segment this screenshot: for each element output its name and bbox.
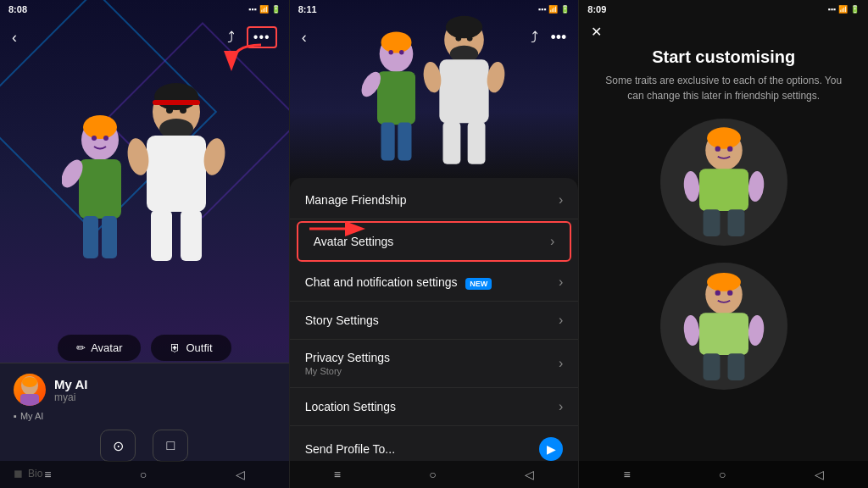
wifi-icon-p2: 📶 [548,5,558,14]
svg-point-54 [682,314,700,347]
status-bar-p3: 8:09 ▪▪▪ 📶 🔋 [579,0,868,19]
menu-item-label-manage: Manage Friendship [305,193,407,207]
svg-rect-18 [153,100,200,105]
customise-title: Start customising [579,47,868,67]
svg-rect-34 [442,122,460,164]
status-icons-p1: ▪▪▪ 📶 🔋 [248,5,281,14]
signal-icon: ▪▪▪ [248,5,257,14]
avatar-main-p1 [125,76,227,280]
profile-text-p1: My AI myai [54,377,87,403]
nav-circle-icon-p3[interactable]: ○ [719,468,726,481]
nav-back-icon-p1[interactable]: ◁ [236,468,245,481]
svg-point-46 [747,170,765,202]
nav-right-p2: ⤴ ••• [531,29,566,47]
avatar-bottom-svg [669,265,779,388]
status-bar-p1: 8:08 ▪▪▪ 📶 🔋 [0,0,289,19]
time-p3: 8:09 [587,4,606,14]
share-button-p2[interactable]: ⤴ [531,29,538,47]
nav-back-icon-p2[interactable]: ◁ [525,468,534,481]
svg-rect-2 [79,159,121,219]
menu-item-label-location: Location Settings [305,400,396,413]
profile-avatar-p1 [14,374,46,406]
svg-point-16 [166,107,173,114]
svg-rect-43 [703,209,720,236]
chat-action-button[interactable]: □ [153,430,188,462]
chevron-manage: › [559,192,563,208]
status-icons-p2: ▪▪▪ 📶 🔋 [538,5,570,14]
avatar-outfit-buttons: ✏ Avatar ⛨ Outfit [0,335,289,361]
profile-name-text: My AI [54,377,87,391]
svg-point-7 [103,136,108,141]
signal-icon-p3: ▪▪▪ [827,5,836,14]
chevron-avatar: › [550,234,554,249]
avatar-button[interactable]: ✏ Avatar [58,335,141,361]
menu-item-label-chat: Chat and notification settings NEW [305,275,492,289]
menu-item-privacy-settings[interactable]: Privacy Settings My Story › [290,340,579,388]
myai-badge: ▪ My AI [14,411,275,421]
action-icons-row: ⊙ □ [14,430,275,462]
panel1-profile: 8:08 ▪▪▪ 📶 🔋 ‹ ⤴ ••• [0,0,290,488]
outfit-button[interactable]: ⛨ Outfit [151,335,231,361]
panel2-menu: 8:11 ▪▪▪ 📶 🔋 ‹ ⤴ ••• [290,0,580,488]
svg-point-57 [727,290,732,295]
svg-rect-25 [381,123,394,161]
close-button-p3[interactable]: ✕ [591,24,602,40]
back-button-p1[interactable]: ‹ [12,29,17,47]
svg-rect-24 [377,71,415,125]
svg-rect-52 [703,353,720,380]
outfit-icon: ⛨ [170,341,181,354]
pencil-icon: ✏ [76,341,86,354]
svg-rect-51 [699,313,748,355]
menu-item-label-story: Story Settings [305,313,379,327]
menu-item-label-privacy: Privacy Settings My Story [305,351,390,376]
avatar-option-bottom[interactable] [660,263,787,390]
svg-point-56 [715,290,720,295]
avatar-option-top[interactable] [660,119,787,246]
svg-point-48 [727,146,732,151]
nav-back-icon-p3[interactable]: ◁ [815,468,824,481]
svg-rect-21 [20,394,39,406]
svg-rect-12 [151,210,172,261]
wifi-icon-p3: 📶 [838,5,848,14]
svg-point-45 [682,170,700,202]
nav-circle-icon-p1[interactable]: ○ [140,468,147,481]
profile-name-row: My AI myai [14,374,275,406]
nav-bottom-p3: ≡ ○ ◁ [579,461,868,488]
profile-username-text: myai [54,391,87,403]
svg-point-6 [92,136,97,141]
panel3-customise: 8:09 ▪▪▪ 📶 🔋 ✕ Start customising Some tr… [579,0,868,488]
svg-rect-44 [727,209,744,236]
send-button[interactable]: ▶ [539,437,563,461]
svg-rect-4 [102,216,117,258]
camera-action-button[interactable]: ⊙ [100,430,136,462]
customise-subtitle: Some traits are exclusive to each of the… [604,73,843,103]
more-options-p2[interactable]: ••• [550,29,566,47]
new-badge: NEW [465,278,492,290]
menu-item-story-settings[interactable]: Story Settings › [290,302,579,340]
svg-point-50 [707,273,741,291]
menu-item-chat-notifications[interactable]: Chat and notification settings NEW › [290,263,579,302]
svg-rect-53 [727,353,744,380]
chevron-location: › [559,399,563,414]
svg-point-47 [715,146,720,151]
battery-icon-p3: 🔋 [850,5,860,14]
arrow-annotation-menu [305,216,373,245]
status-icons-p3: ▪▪▪ 📶 🔋 [827,5,860,14]
nav-home-icon-p3[interactable]: ≡ [624,468,631,481]
chevron-chat: › [559,274,563,290]
nav-home-icon-p2[interactable]: ≡ [334,468,341,481]
avatar-top-svg [669,121,779,244]
myai-icon: ▪ [14,411,17,421]
svg-rect-13 [181,210,202,261]
back-button-p2[interactable]: ‹ [302,29,307,47]
menu-item-location-settings[interactable]: Location Settings › [290,388,579,426]
nav-home-icon-p1[interactable]: ≡ [44,468,51,481]
nav-circle-icon-p2[interactable]: ○ [429,468,436,481]
svg-rect-35 [467,122,485,164]
svg-rect-11 [147,136,206,212]
chevron-privacy: › [559,356,563,371]
menu-item-manage-friendship[interactable]: Manage Friendship › [290,181,579,219]
svg-point-1 [83,115,117,139]
chevron-story: › [559,313,563,328]
menu-item-label-send: Send Profile To... [305,442,395,456]
